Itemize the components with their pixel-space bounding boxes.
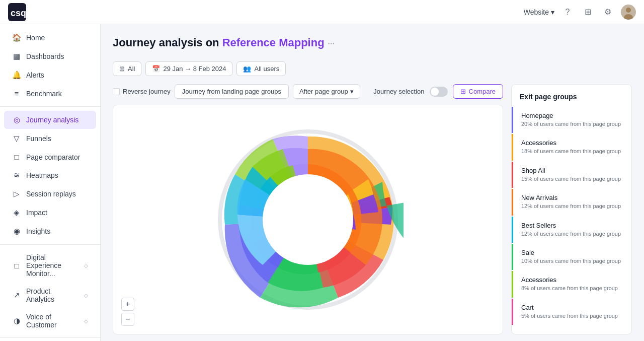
sunburst-chart[interactable] (212, 124, 404, 315)
sidebar-item-home[interactable]: 🏠 Home (4, 29, 96, 47)
sidebar-divider (0, 106, 100, 107)
benchmark-icon: ≡ (12, 89, 21, 98)
logo[interactable]: csq (8, 3, 26, 21)
funnels-icon: ▽ (12, 134, 21, 143)
date-filter-label: 29 Jan → 8 Feb 2024 (163, 65, 226, 73)
filter-bar: ⊞ All 📅 29 Jan → 8 Feb 2024 👥 All users (113, 61, 632, 76)
exit-item-desc: 10% of users came from this page group (521, 257, 623, 265)
avatar[interactable] (621, 5, 636, 20)
heatmaps-icon: ≋ (12, 171, 21, 180)
help-icon[interactable]: ? (560, 5, 575, 19)
exit-item[interactable]: Cart 5% of users came from this page gro… (512, 299, 631, 325)
sidebar-item-heatmaps[interactable]: ≋ Heatmaps (4, 166, 96, 184)
insights-icon: ◉ (12, 227, 21, 236)
zoom-in-button[interactable]: + (121, 298, 134, 311)
toggle-knob (431, 88, 439, 96)
journey-type-button[interactable]: Journey from landing page groups (175, 84, 289, 99)
title-dropdown-icon[interactable]: ⋯ (328, 40, 335, 48)
website-label: Website (524, 8, 549, 16)
page-comparator-icon: □ (12, 153, 21, 161)
sidebar-item-journey-analysis[interactable]: ◎ Journey analysis (4, 111, 96, 129)
main-content: Journey analysis on Reference Mapping ⋯ … (101, 24, 644, 341)
exit-item-desc: 12% of users came from this page group (521, 230, 623, 238)
journey-selection-label: Journey selection (373, 88, 424, 95)
after-page-button[interactable]: After page group ▾ (293, 84, 360, 99)
compare-button[interactable]: ⊞ Compare (453, 84, 503, 99)
sidebar-item-label: Dashboards (26, 52, 88, 60)
sidebar-item-label: Voice of Customer (26, 313, 79, 329)
exit-item-name: Sale (521, 249, 623, 256)
exit-item[interactable]: Shop All 15% of users came from this pag… (512, 162, 631, 188)
chart-area: + − (113, 105, 503, 334)
sidebar-item-label: Page comparator (26, 153, 88, 161)
exit-item-name: Homepage (521, 112, 623, 119)
exit-items-list: Homepage 20% of users came from this pag… (512, 107, 631, 325)
sidebar-item-page-comparator[interactable]: □ Page comparator (4, 148, 96, 166)
website-selector[interactable]: Website ▾ (524, 8, 554, 16)
sidebar-item-label: Heatmaps (26, 171, 88, 179)
exit-item-name: New Arrivals (521, 194, 623, 201)
exit-page-groups-panel: Exit page groups Homepage 20% of users c… (511, 84, 632, 334)
page-title-highlight: Reference Mapping (222, 36, 325, 49)
impact-icon: ◈ (12, 208, 21, 217)
exit-item[interactable]: Sale 10% of users came from this page gr… (512, 244, 631, 270)
exit-item-name: Best Sellers (521, 222, 623, 229)
journey-analysis-icon: ◎ (12, 115, 21, 124)
sidebar-item-label: Benchmark (26, 90, 88, 98)
exit-item-desc: 20% of users came from this page group (521, 120, 623, 128)
diamond-badge-2: ◇ (84, 293, 88, 298)
sidebar-item-alerts[interactable]: 🔔 Alerts (4, 66, 96, 84)
product-analytics-icon: ↗ (12, 291, 21, 300)
grid-icon[interactable]: ⊞ (581, 5, 595, 19)
sidebar-item-impact[interactable]: ◈ Impact (4, 203, 96, 222)
svg-point-6 (263, 174, 353, 265)
sidebar-item-digital-experience[interactable]: □ Digital Experience Monitor... ◇ (4, 249, 96, 282)
sidebar-item-voice-of-customer[interactable]: ◑ Voice of Customer ◇ (4, 308, 96, 333)
journey-controls: Reverse journey Journey from landing pag… (113, 84, 503, 99)
exit-item-name: Accessories (521, 276, 623, 284)
journey-type-label: Journey from landing page groups (182, 88, 281, 95)
sidebar-item-insights[interactable]: ◉ Insights (4, 222, 96, 240)
date-filter-button[interactable]: 📅 29 Jan → 8 Feb 2024 (145, 61, 232, 76)
sidebar-item-product-analytics[interactable]: ↗ Product Analytics ◇ (4, 283, 96, 308)
plus-icon: + (125, 300, 130, 309)
exit-item[interactable]: Best Sellers 12% of users came from this… (512, 217, 631, 243)
sidebar-item-label: Product Analytics (26, 287, 79, 303)
users-filter-button[interactable]: 👥 All users (236, 61, 286, 76)
journey-selection-toggle[interactable] (430, 87, 448, 97)
svg-point-3 (626, 8, 631, 13)
exit-panel-title: Exit page groups (512, 93, 631, 107)
journey-selection: Journey selection ⊞ Compare (373, 84, 503, 99)
sidebar-item-label: Home (26, 34, 88, 42)
reverse-journey-checkbox[interactable]: Reverse journey (113, 88, 171, 95)
minus-icon: − (125, 315, 130, 324)
zoom-out-button[interactable]: − (121, 313, 134, 326)
topbar: csq Website ▾ ? ⊞ ⚙ (0, 0, 644, 24)
zoom-controls: + − (121, 298, 134, 326)
sidebar-item-dashboards[interactable]: ▦ Dashboards (4, 47, 96, 65)
filter-icon: ⊞ (119, 65, 125, 73)
sidebar-item-session-replays[interactable]: ▷ Session replays (4, 185, 96, 203)
users-filter-label: All users (254, 65, 279, 73)
exit-item[interactable]: Homepage 20% of users came from this pag… (512, 107, 631, 133)
voice-of-customer-icon: ◑ (12, 316, 21, 325)
exit-item[interactable]: New Arrivals 12% of users came from this… (512, 189, 631, 215)
diamond-badge: ◇ (84, 263, 88, 268)
exit-item-desc: 18% of users came from this page group (521, 148, 623, 155)
page-header: Journey analysis on Reference Mapping ⋯ (113, 36, 632, 49)
sidebar-item-label: Funnels (26, 134, 88, 143)
users-icon: 👥 (243, 65, 251, 73)
chevron-down-icon: ▾ (551, 8, 554, 16)
sidebar-item-funnels[interactable]: ▽ Funnels (4, 129, 96, 148)
exit-item[interactable]: Accessories 8% of users came from this p… (512, 271, 631, 297)
exit-item[interactable]: Accessories 18% of users came from this … (512, 134, 631, 160)
settings-icon[interactable]: ⚙ (601, 5, 615, 19)
all-filter-button[interactable]: ⊞ All (113, 61, 141, 76)
sidebar-item-benchmark[interactable]: ≡ Benchmark (4, 85, 96, 102)
all-filter-label: All (128, 65, 135, 73)
page-title: Journey analysis on Reference Mapping ⋯ (113, 36, 335, 49)
svg-text:csq: csq (11, 8, 26, 18)
exit-item-name: Accessories (521, 139, 623, 147)
exit-item-name: Shop All (521, 167, 623, 174)
exit-item-desc: 12% of users came from this page group (521, 202, 623, 210)
